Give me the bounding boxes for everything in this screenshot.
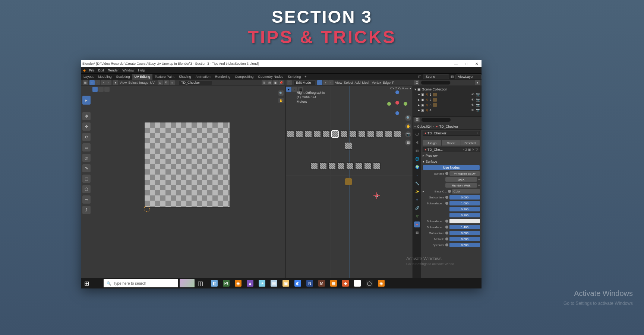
scene-field[interactable]: Scene xyxy=(423,74,449,79)
viewlayer-field[interactable]: ViewLayer xyxy=(455,74,482,79)
taskbar-app-icon[interactable]: ▦ xyxy=(330,280,337,287)
subsurf-b-field[interactable]: 0.100 xyxy=(449,213,480,217)
tab-sculpting[interactable]: Sculpting xyxy=(114,74,132,80)
bc-object[interactable]: Cube.024 xyxy=(417,125,432,128)
tool-annotate[interactable]: ✎ xyxy=(82,164,91,172)
surface-section[interactable]: ▾ Surface xyxy=(423,159,480,164)
subsurf-r-field[interactable]: 1.000 xyxy=(449,201,480,205)
vp-menu-edge[interactable]: Edge xyxy=(383,81,391,84)
tool-move[interactable]: ✢ xyxy=(82,122,91,131)
outliner-filter-icon[interactable]: ▾ xyxy=(475,80,480,85)
uv-menu-select[interactable]: Select xyxy=(128,81,138,84)
outliner-search[interactable] xyxy=(421,80,451,85)
tab-compositing[interactable]: Compositing xyxy=(233,74,256,80)
3d-viewport[interactable]: ▸ ▫ ▥ X Y Z Options ▾ Right Orthographic… xyxy=(285,86,413,283)
material-slot[interactable]: ● TD_Checker + xyxy=(423,131,480,136)
camera-view-icon[interactable]: 📷 xyxy=(405,131,411,137)
tab-world-icon[interactable]: 🌍 xyxy=(414,164,420,170)
uv-sel-edge[interactable]: / xyxy=(101,80,106,85)
vp-menu-mesh[interactable]: Mesh xyxy=(362,81,370,84)
metallic-field[interactable]: 0.000 xyxy=(449,237,480,241)
render-icon[interactable]: 📷 xyxy=(476,93,480,96)
props-search[interactable] xyxy=(421,118,451,122)
tool-rip[interactable]: ▢ xyxy=(82,175,91,183)
subsurf-method-dropdown[interactable]: Random Walk xyxy=(445,183,477,188)
tool-cursor[interactable]: ✥ xyxy=(82,112,91,120)
zoom-icon[interactable]: 🔍 xyxy=(405,115,411,121)
editor-type-icon[interactable]: ▦ xyxy=(83,80,88,85)
deselect-button[interactable]: Deselect xyxy=(461,140,480,146)
taskbar-app-icon[interactable]: ◉ xyxy=(235,280,242,287)
gizmo-mz-icon[interactable] xyxy=(395,111,399,115)
select-button[interactable]: Select xyxy=(442,140,461,146)
taskbar-app-icon[interactable]: ✈ xyxy=(259,280,265,287)
tab-physics-icon[interactable]: ⚛ xyxy=(414,197,420,203)
tab-shading[interactable]: Shading xyxy=(177,74,193,80)
taskbar-app-icon[interactable]: ◐ xyxy=(294,280,301,287)
uv-sel-vert[interactable]: · xyxy=(95,80,100,85)
tool-transform[interactable]: ◎ xyxy=(82,154,91,162)
taskbar-app-icon[interactable]: M xyxy=(318,280,325,287)
pivot-icon[interactable]: ⊙ xyxy=(158,80,163,85)
uv-channel-icon[interactable] xyxy=(104,87,110,92)
surface-value[interactable]: Principled BSDF xyxy=(449,171,480,176)
taskbar-app-icon[interactable]: ✎ xyxy=(354,280,361,287)
tab-modeling[interactable]: Modeling xyxy=(96,74,114,80)
distribution-dropdown[interactable]: GGX xyxy=(445,177,477,182)
uv-menu-uv[interactable]: UV xyxy=(150,81,155,84)
image-pin-icon[interactable]: 📌 xyxy=(278,80,284,85)
menu-edit[interactable]: Edit xyxy=(97,68,106,72)
menu-render[interactable]: Render xyxy=(106,68,121,72)
tab-object-icon[interactable]: ▫ xyxy=(414,172,420,178)
news-widget[interactable] xyxy=(180,279,195,287)
tab-modifier-icon[interactable]: 🔧 xyxy=(414,181,420,186)
task-view-icon[interactable]: ◫ xyxy=(197,280,203,287)
uv-sticky-icon[interactable]: ▾ xyxy=(113,80,118,85)
collection-row[interactable]: ▸ ▣▽4 👁📷 xyxy=(414,108,480,113)
options-dropdown[interactable]: Options xyxy=(398,87,408,90)
gizmo-y-icon[interactable] xyxy=(404,102,407,106)
preview-section[interactable]: ▸ Preview xyxy=(423,153,480,158)
taskbar-search[interactable]: 🔍 Type here to search xyxy=(104,279,178,287)
uv-overlay-icon[interactable] xyxy=(92,87,98,92)
windows-taskbar[interactable]: ⊞ 🔍 Type here to search ◫ ◧Pt◉▲✈▤▣◐NM▦◆✎… xyxy=(81,278,482,288)
tab-animation[interactable]: Animation xyxy=(193,74,213,80)
menu-window[interactable]: Window xyxy=(121,68,136,72)
material-name-field[interactable]: ● TD_Che... ▫2▣✕▽ xyxy=(423,147,480,152)
collection-row[interactable]: ▸ ▣▽2 👁📷 xyxy=(414,97,480,102)
mode-field[interactable]: Edit Mode xyxy=(293,80,316,85)
bc-material[interactable]: TD_Checker xyxy=(439,125,458,128)
taskbar-app-icon[interactable]: ◯ xyxy=(366,280,373,287)
uv-zoom-icon[interactable]: 🔍 xyxy=(278,90,284,96)
uv-2d-cursor[interactable] xyxy=(144,206,150,212)
titlebar[interactable]: Blender* [D:\Video Recorder\Create Cours… xyxy=(81,60,482,67)
subsurf-aniso-field[interactable]: 0.000 xyxy=(449,231,480,235)
scene-collection-row[interactable]: ▾ ▣Scene Collection xyxy=(414,87,480,92)
uv-pan-icon[interactable]: ✋ xyxy=(278,98,284,103)
uv-sync-icon[interactable]: ▪ xyxy=(89,80,95,85)
snap-icon[interactable]: ⧉ xyxy=(164,80,169,85)
tab-geonodes[interactable]: Geometry Nodes xyxy=(256,74,285,80)
tab-scripting[interactable]: Scripting xyxy=(285,74,303,80)
node-socket-icon[interactable] xyxy=(448,190,451,193)
vp-menu-vertex[interactable]: Vertex xyxy=(372,81,381,84)
taskbar-app-icon[interactable]: ◉ xyxy=(378,280,385,287)
tab-rendering[interactable]: Rendering xyxy=(213,74,233,80)
subsurf-ior-field[interactable]: 1.400 xyxy=(449,225,480,229)
vp-menu-face[interactable]: F xyxy=(392,81,394,84)
tab-uvediting[interactable]: UV Editing xyxy=(132,74,153,80)
gizmo-x-icon[interactable] xyxy=(387,102,391,106)
taskbar-app-icon[interactable]: ◧ xyxy=(211,280,218,287)
subsurface-field[interactable]: 0.000 xyxy=(449,195,480,200)
tab-texture-icon[interactable]: ▦ xyxy=(414,230,420,236)
propedit-icon[interactable]: ○ xyxy=(170,80,175,85)
maximize-icon[interactable]: □ xyxy=(463,62,470,66)
minimize-icon[interactable]: — xyxy=(452,62,460,66)
sel-vert-icon[interactable]: · xyxy=(317,80,322,85)
vp-editor-type-icon[interactable]: ⬚ xyxy=(287,80,292,85)
close-icon[interactable]: ✕ xyxy=(473,62,480,66)
sel-face-icon[interactable]: ▫ xyxy=(328,80,334,85)
menu-file[interactable]: File xyxy=(87,68,97,72)
basecolor-value[interactable]: Color xyxy=(452,189,480,194)
uv-display-icon[interactable] xyxy=(98,87,104,92)
